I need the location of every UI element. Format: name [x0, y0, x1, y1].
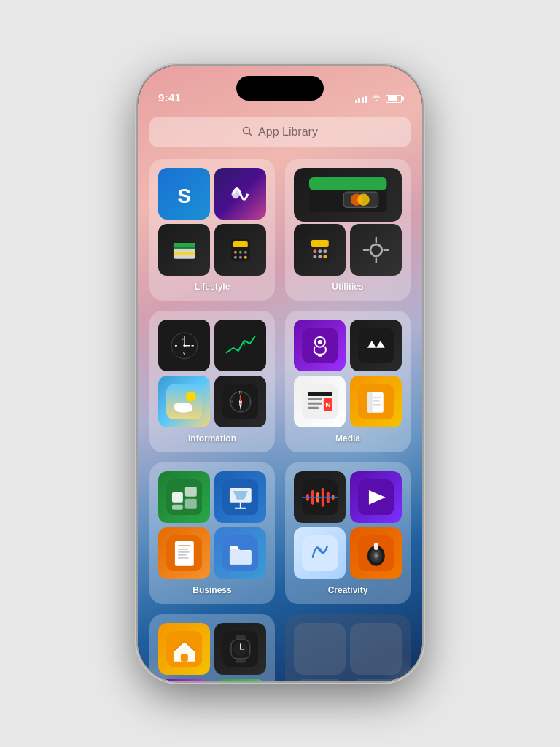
svg-point-8: [234, 250, 237, 253]
app-books[interactable]: [350, 376, 402, 427]
svg-rect-112: [374, 543, 378, 550]
svg-rect-81: [172, 504, 183, 509]
hidden-slot-2: [350, 623, 402, 675]
app-appletv[interactable]: [350, 320, 402, 371]
svg-text:N: N: [325, 400, 330, 408]
media-apps: N: [294, 320, 402, 427]
lifestyle-label: Lifestyle: [158, 282, 266, 292]
svg-point-26: [323, 255, 327, 258]
app-podcasts[interactable]: [294, 320, 346, 371]
category-business[interactable]: Business: [149, 462, 275, 604]
svg-rect-90: [178, 549, 188, 550]
app-home[interactable]: [158, 623, 210, 675]
signal-bar-2: [358, 98, 360, 103]
svg-rect-80: [184, 498, 196, 508]
svg-point-40: [183, 344, 185, 347]
search-bar[interactable]: App Library: [149, 117, 411, 147]
svg-point-11: [234, 255, 237, 258]
app-numbers[interactable]: [158, 471, 210, 523]
svg-rect-7: [233, 241, 248, 247]
category-utilities[interactable]: Utilities: [285, 159, 411, 301]
signal-icon: [355, 94, 368, 103]
svg-rect-67: [308, 406, 319, 409]
app-compass[interactable]: N S E W: [214, 376, 266, 427]
svg-point-27: [370, 244, 382, 256]
app-pages[interactable]: [158, 527, 210, 579]
business-label: Business: [158, 585, 266, 595]
svg-rect-61: [318, 354, 322, 356]
svg-rect-64: [308, 392, 332, 396]
svg-rect-58: [302, 328, 338, 364]
app-findmy[interactable]: [214, 679, 266, 681]
app-imovie[interactable]: [350, 471, 402, 523]
category-hidden[interactable]: Hidden: [285, 614, 411, 681]
svg-rect-75: [373, 400, 380, 402]
app-watch[interactable]: [214, 623, 266, 675]
svg-point-47: [175, 405, 192, 412]
svg-point-23: [323, 249, 327, 253]
app-settings[interactable]: [350, 224, 402, 276]
svg-rect-5: [174, 252, 195, 255]
utilities-apps: [294, 168, 402, 276]
svg-point-106: [318, 548, 322, 552]
app-news[interactable]: N: [294, 376, 346, 427]
svg-point-13: [244, 255, 246, 258]
svg-point-60: [318, 340, 322, 344]
status-time: 9:41: [158, 91, 181, 104]
hidden-slot-1: [294, 623, 346, 675]
svg-rect-65: [308, 398, 322, 400]
signal-bar-1: [355, 100, 357, 103]
signal-bar-3: [362, 97, 364, 103]
creativity-apps: [294, 471, 402, 579]
app-shortcuts[interactable]: [158, 679, 210, 681]
svg-point-21: [313, 249, 316, 253]
app-weather[interactable]: [158, 376, 210, 427]
phone-frame: 9:41: [138, 66, 422, 681]
svg-rect-72: [368, 392, 372, 413]
category-information[interactable]: 12 3 6 9: [149, 311, 275, 452]
app-garageband[interactable]: [350, 527, 402, 579]
app-keynote[interactable]: [214, 471, 266, 523]
connectivity-apps: [158, 623, 266, 681]
utilities-label: Utilities: [294, 282, 402, 292]
svg-rect-20: [311, 240, 329, 247]
svg-rect-79: [184, 487, 196, 497]
svg-rect-114: [181, 654, 188, 661]
app-files[interactable]: [214, 527, 266, 579]
battery-icon: [386, 95, 402, 103]
creativity-label: Creativity: [294, 585, 402, 595]
hidden-apps: [294, 623, 402, 681]
svg-point-10: [244, 250, 246, 253]
category-connectivity[interactable]: Connectivity: [149, 614, 275, 681]
wifi-icon: [371, 93, 381, 104]
battery-fill: [388, 96, 398, 101]
app-calculator[interactable]: [214, 224, 266, 276]
search-placeholder: App Library: [258, 125, 318, 139]
svg-rect-15: [309, 177, 387, 190]
svg-rect-63: [302, 384, 338, 420]
app-clock[interactable]: 12 3 6 9: [158, 320, 210, 371]
app-shazam[interactable]: S: [158, 168, 210, 220]
information-apps: 12 3 6 9: [158, 320, 266, 427]
information-label: Information: [158, 433, 266, 444]
svg-rect-105: [302, 535, 338, 572]
signal-bar-4: [365, 96, 367, 103]
svg-rect-91: [178, 551, 190, 553]
app-wallet-2[interactable]: [294, 168, 402, 222]
category-lifestyle[interactable]: S: [149, 159, 275, 301]
svg-text:N: N: [239, 391, 242, 395]
svg-point-44: [185, 392, 195, 402]
svg-rect-74: [373, 397, 381, 398]
app-soundanalysis[interactable]: [294, 471, 346, 523]
category-creativity[interactable]: Creativity: [285, 462, 411, 604]
svg-rect-93: [178, 557, 189, 558]
app-clips[interactable]: [214, 168, 266, 220]
svg-point-25: [318, 255, 322, 258]
app-stocks[interactable]: [214, 320, 266, 371]
app-wallet[interactable]: [158, 224, 210, 276]
category-media[interactable]: N: [285, 311, 411, 452]
app-freeform[interactable]: [294, 527, 346, 579]
app-library-content: App Library S: [138, 108, 422, 681]
svg-rect-43: [166, 384, 203, 420]
app-calc-2[interactable]: [294, 224, 346, 276]
